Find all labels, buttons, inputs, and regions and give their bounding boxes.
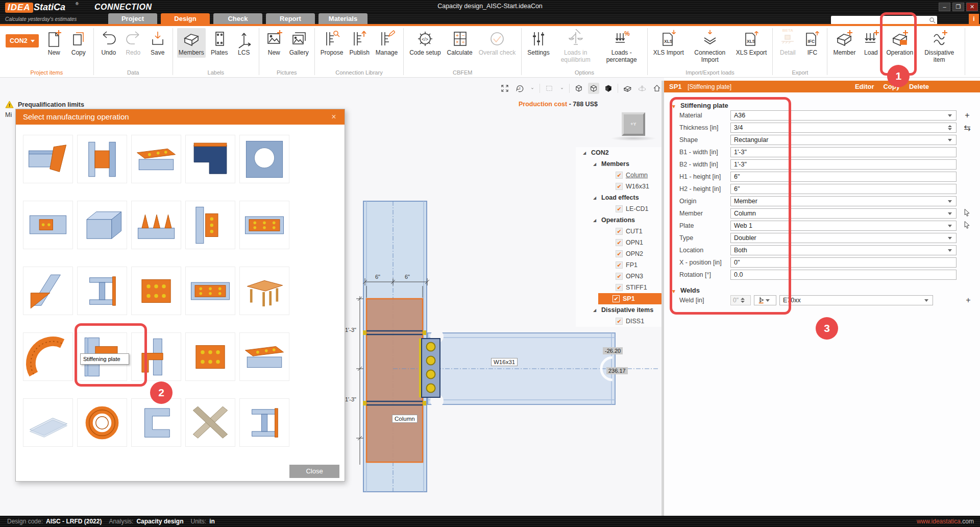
checkbox[interactable]: ✔	[616, 239, 623, 246]
expander-icon[interactable]: ◢	[593, 162, 598, 166]
tree-item[interactable]: ◢ ✔ Dissipative items	[576, 304, 663, 316]
tree-item[interactable]: ◢ ✔ Members	[576, 158, 663, 170]
tree-item[interactable]: ◢ ✔ FP1	[576, 259, 663, 271]
op-cut-of-plate[interactable]	[185, 135, 235, 183]
chevron-down-icon[interactable]	[529, 83, 536, 94]
add-weld-icon[interactable]: +	[957, 296, 980, 305]
hidden-line-view-icon[interactable]	[588, 83, 599, 94]
tree-item[interactable]: ◢ ✔ SP1	[576, 293, 663, 304]
propose-button[interactable]: Propose	[319, 28, 345, 58]
tab-check[interactable]: Check	[213, 13, 262, 24]
close-button[interactable]: ✕	[966, 3, 978, 11]
tree-item[interactable]: ◢ ✔ CUT1	[576, 226, 663, 237]
op-end-plate[interactable]	[77, 201, 127, 249]
save-button[interactable]: Save	[147, 28, 168, 58]
checkbox[interactable]: ✔	[616, 261, 623, 269]
op-bolt-grid[interactable]	[185, 332, 235, 381]
new-picture-button[interactable]: New	[263, 28, 285, 58]
op-channel-member[interactable]	[131, 398, 181, 447]
op-corner-angle[interactable]	[131, 332, 181, 381]
op-bolted-plates[interactable]	[131, 267, 181, 315]
property-value-control[interactable]: 6"	[730, 184, 957, 194]
new-operation-button[interactable]: 1 Operation	[885, 28, 915, 58]
op-widener[interactable]	[131, 135, 181, 183]
property-value-control[interactable]: Column	[730, 208, 957, 219]
checkbox[interactable]: ✔	[616, 318, 623, 325]
dialog-close-button[interactable]: Close	[289, 465, 339, 478]
checkbox[interactable]: ✔	[616, 250, 623, 257]
solid-view-icon[interactable]	[603, 83, 614, 94]
loads-percentage-button[interactable]: Loads - percentage	[600, 28, 643, 65]
op-gusset-plate[interactable]	[23, 267, 73, 315]
navigation-cube[interactable]: +Y	[622, 112, 645, 136]
tree-item[interactable]: ◢ ✔ OPN3	[576, 271, 663, 282]
members-labels-button[interactable]: Members	[177, 28, 206, 58]
new-item-button[interactable]: New	[43, 28, 65, 58]
search-input[interactable]	[831, 16, 937, 25]
property-value-control[interactable]: Rectangular	[730, 135, 957, 145]
undo-button[interactable]: Undo	[98, 28, 119, 58]
connection-import-button[interactable]: Connection Import	[689, 28, 731, 65]
xls-import-button[interactable]: XLS Import	[652, 28, 685, 58]
tree-item[interactable]: ◢ ✔ STIFF1	[576, 282, 663, 293]
chevron-down-icon[interactable]	[558, 83, 566, 94]
plates-labels-button[interactable]: Plates	[209, 28, 230, 58]
checkbox[interactable]: ✔	[616, 172, 623, 179]
op-opening[interactable]	[239, 135, 289, 183]
property-value-control[interactable]: 6"	[730, 172, 957, 182]
property-value-control[interactable]: 0"	[730, 257, 957, 268]
tree-item[interactable]: ◢ ✔ CON2	[576, 147, 663, 158]
calculate-button[interactable]: Calculate	[446, 28, 474, 58]
tree-item[interactable]: ◢ ✔ Operations	[576, 214, 663, 226]
swap-icon[interactable]: ⇆	[962, 123, 973, 133]
code-setup-button[interactable]: Code setup	[408, 28, 442, 58]
shaded-view-icon[interactable]	[622, 83, 633, 94]
op-plate-patch[interactable]	[23, 201, 73, 249]
lcs-button[interactable]: LCS	[233, 28, 255, 58]
checkbox[interactable]: ✔	[616, 228, 623, 235]
checkbox[interactable]: ✔	[616, 205, 623, 212]
op-fin-plate[interactable]	[185, 201, 235, 249]
info-button[interactable]: i	[969, 14, 979, 24]
home-view-icon[interactable]	[651, 83, 663, 94]
new-load-button[interactable]: Load	[860, 28, 881, 58]
property-value-control[interactable]: Both	[730, 245, 957, 255]
op-rib[interactable]	[131, 201, 181, 249]
manage-button[interactable]: Manage	[374, 28, 399, 58]
new-dissipative-item-button[interactable]: Dissipative item	[918, 28, 961, 65]
op-cut-of-member[interactable]	[23, 135, 73, 183]
property-value-control[interactable]: A36	[730, 110, 957, 121]
rotate-view-icon[interactable]	[514, 83, 525, 94]
copy-item-button[interactable]: Copy	[68, 28, 89, 58]
spinner-icons[interactable]	[948, 125, 952, 130]
fit-view-icon[interactable]	[499, 83, 510, 94]
minimize-button[interactable]: –	[939, 3, 950, 11]
publish-button[interactable]: Publish	[348, 28, 371, 58]
xls-export-button[interactable]: XLS Export	[734, 28, 769, 58]
checkbox[interactable]: ✔	[612, 295, 620, 302]
expander-icon[interactable]: ◢	[593, 196, 598, 200]
op-stub-member[interactable]	[77, 267, 127, 315]
add-item-icon[interactable]: +	[962, 111, 973, 120]
ifc-export-button[interactable]: IFC	[801, 28, 823, 58]
property-value-control[interactable]: 1'-3"	[730, 159, 957, 170]
op-stiffener[interactable]	[77, 135, 127, 183]
op-splice-plate[interactable]	[239, 201, 289, 249]
dialog-close-icon[interactable]: ×	[328, 109, 339, 125]
delete-operation-button[interactable]: Delete	[909, 81, 929, 92]
property-value-control[interactable]: 3/4	[730, 123, 957, 133]
pick-cursor-icon[interactable]	[962, 208, 973, 219]
op-bend-of-member[interactable]	[23, 332, 73, 381]
tree-item[interactable]: ◢ ✔ LE-CD1	[576, 203, 663, 214]
expander-icon[interactable]: ◢	[583, 151, 588, 155]
op-flat-plate[interactable]	[23, 398, 73, 447]
tree-item[interactable]: ◢ ✔ Load effects	[576, 192, 663, 203]
weld-type-dropdown[interactable]	[754, 295, 776, 305]
wireframe-view-icon[interactable]	[573, 83, 584, 94]
op-cross-braces[interactable]	[185, 398, 235, 447]
expander-icon[interactable]: ◢	[593, 308, 598, 313]
property-value-control[interactable]: 0.0	[730, 270, 957, 280]
pick-cursor-icon[interactable]	[962, 221, 973, 231]
property-value-control[interactable]: Member	[730, 196, 957, 206]
checkbox[interactable]: ✔	[616, 183, 623, 190]
